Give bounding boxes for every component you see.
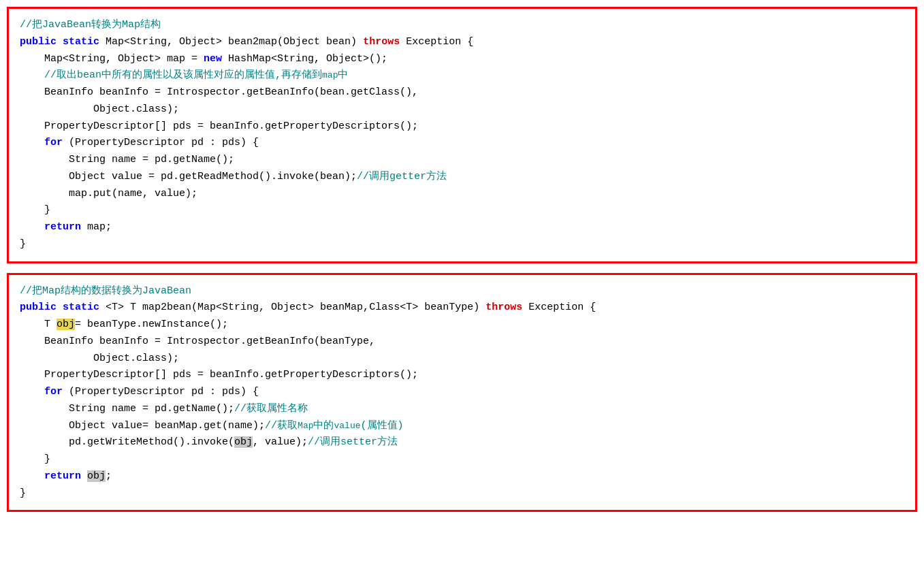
line-b2l10: pd.getWriteMethod().invoke(obj, value);/…	[20, 434, 904, 451]
line-b1l4: //取出bean中所有的属性以及该属性对应的属性值,再存储到map中	[20, 67, 904, 84]
line-b1l1: //把JavaBean转换为Map结构	[20, 17, 904, 34]
line-b2l4: BeanInfo beanInfo = Introspector.getBean…	[20, 334, 904, 351]
line-b1l11: map.put(name, value);	[20, 186, 904, 203]
line-b1l8: for (PropertyDescriptor pd : pds) {	[20, 135, 904, 152]
line-b2l11: }	[20, 451, 904, 468]
line-b1l5: BeanInfo beanInfo = Introspector.getBean…	[20, 84, 904, 101]
line-b1l10: Object value = pd.getReadMethod().invoke…	[20, 169, 904, 186]
line-b2l7: for (PropertyDescriptor pd : pds) {	[20, 384, 904, 401]
line-b2l13: }	[20, 485, 904, 502]
line-b1l7: PropertyDescriptor[] pds = beanInfo.getP…	[20, 118, 904, 135]
line-b1l3: Map<String, Object> map = new HashMap<St…	[20, 51, 904, 68]
code-block-1: //把JavaBean转换为Map结构 public static Map<St…	[7, 7, 917, 263]
line-b2l1: //把Map结构的数据转换为JavaBean	[20, 283, 904, 300]
line-b1l12: }	[20, 202, 904, 219]
line-b1l2: public static Map<String, Object> bean2m…	[20, 34, 904, 51]
line-b1l14: }	[20, 236, 904, 253]
line-b2l5: Object.class);	[20, 351, 904, 368]
code-block-2: //把Map结构的数据转换为JavaBean public static <T>…	[7, 273, 917, 513]
line-b2l9: Object value= beanMap.get(name);//获取Map中…	[20, 418, 904, 435]
line-b2l2: public static <T> T map2bean(Map<String,…	[20, 300, 904, 317]
line-b1l6: Object.class);	[20, 101, 904, 118]
line-b2l6: PropertyDescriptor[] pds = beanInfo.getP…	[20, 367, 904, 384]
line-b2l12: return obj;	[20, 468, 904, 485]
line-b2l3: T obj= beanType.newInstance();	[20, 317, 904, 334]
line-b2l8: String name = pd.getName();//获取属性名称	[20, 401, 904, 418]
line-b1l9: String name = pd.getName();	[20, 152, 904, 169]
line-b1l13: return map;	[20, 219, 904, 236]
